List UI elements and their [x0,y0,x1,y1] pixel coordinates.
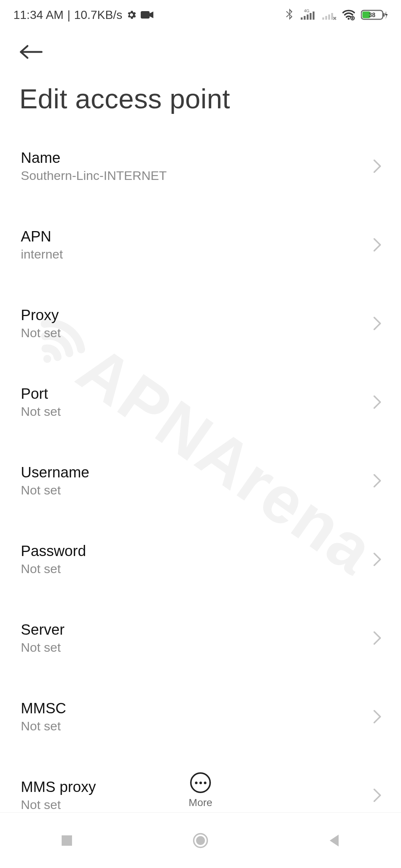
chevron-right-icon [373,709,382,724]
chevron-right-icon [373,473,382,488]
svg-point-12 [348,18,349,20]
chevron-right-icon [373,552,382,567]
svg-rect-10 [328,14,330,20]
back-button[interactable] [18,39,45,65]
svg-text:4G: 4G [304,9,310,13]
setting-label: MMSC [21,700,66,717]
status-time: 11:34 AM [13,8,63,22]
signal-nosim-icon [320,9,336,21]
svg-rect-6 [310,13,312,20]
setting-label: Name [21,149,167,166]
video-camera-icon [141,10,153,19]
setting-value: Not set [21,483,89,497]
setting-label: Port [21,385,61,402]
setting-row-apn[interactable]: APN internet [0,216,401,274]
setting-value: Not set [21,798,96,812]
wifi-icon [342,9,356,20]
svg-rect-17 [383,13,385,17]
svg-rect-1 [141,11,150,19]
setting-label: Proxy [21,307,61,323]
settings-list: Name Southern-Linc-INTERNET APN internet… [0,122,401,834]
bluetooth-icon [285,9,293,21]
chevron-right-icon [373,316,382,331]
setting-value: internet [21,247,63,262]
setting-label: Server [21,621,65,638]
setting-row-proxy[interactable]: Proxy Not set [0,294,401,353]
svg-rect-3 [301,17,303,20]
svg-rect-4 [304,16,306,20]
signal-4g-icon: 4G [299,9,315,21]
setting-label: APN [21,228,63,245]
svg-rect-5 [307,14,309,20]
settings-gear-icon [126,9,137,20]
chevron-right-icon [373,631,382,645]
page-title: Edit access point [0,65,401,122]
setting-value: Southern-Linc-INTERNET [21,168,167,183]
triangle-left-icon [327,833,341,848]
setting-row-port[interactable]: Port Not set [0,373,401,431]
setting-value: Not set [21,562,86,576]
battery-icon: 38 [361,9,388,21]
status-net-speed: 10.7KB/s [74,8,123,22]
svg-text:38: 38 [369,12,375,18]
svg-rect-9 [325,16,327,20]
setting-value: Not set [21,719,66,733]
setting-row-password[interactable]: Password Not set [0,530,401,589]
nav-home-button[interactable] [192,832,209,849]
setting-row-server[interactable]: Server Not set [0,609,401,667]
setting-value: Not set [21,404,61,419]
setting-label: Password [21,543,86,559]
chevron-right-icon [373,395,382,410]
nav-back-button[interactable] [326,832,342,849]
setting-row-mms-proxy[interactable]: MMS proxy Not set [0,766,401,825]
status-separator: | [67,8,70,22]
setting-label: MMS proxy [21,779,96,795]
setting-value: Not set [21,640,65,655]
chevron-right-icon [373,237,382,252]
chevron-right-icon [373,159,382,174]
arrow-left-icon [19,45,43,59]
status-bar: 11:34 AM | 10.7KB/s 4G [0,0,401,30]
svg-rect-18 [62,835,72,846]
setting-value: Not set [21,326,61,340]
svg-rect-7 [313,11,314,20]
square-icon [60,834,74,847]
chevron-right-icon [373,788,382,803]
setting-label: Username [21,464,89,481]
svg-rect-11 [331,13,333,20]
svg-point-20 [196,836,205,845]
setting-row-mmsc[interactable]: MMSC Not set [0,687,401,746]
setting-row-name[interactable]: Name Southern-Linc-INTERNET [0,137,401,195]
setting-row-username[interactable]: Username Not set [0,451,401,510]
nav-recent-button[interactable] [59,832,75,849]
svg-rect-8 [322,17,324,20]
